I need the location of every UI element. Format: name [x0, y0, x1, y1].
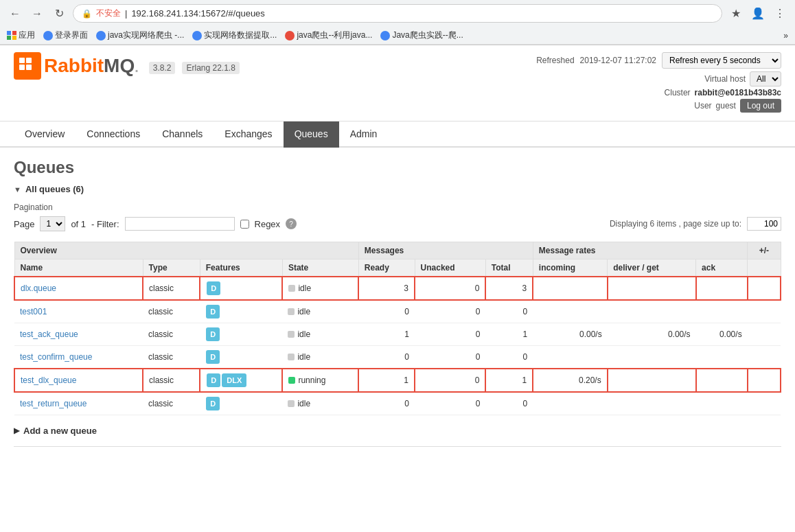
cell-incoming [533, 300, 607, 323]
all-queues-header: ▼ All queues (6) [14, 184, 781, 194]
cell-ready: 0 [358, 346, 415, 369]
cell-total: 1 [485, 323, 533, 346]
erlang-badge: Erlang 22.1.8 [182, 62, 239, 74]
page-label: Page [14, 219, 34, 229]
cell-incoming: 0.00/s [533, 323, 607, 346]
cell-unacked: 0 [415, 392, 485, 415]
state-indicator: idle [288, 399, 310, 408]
add-queue-toggle[interactable]: ▶ Add a new queue [14, 426, 781, 436]
logout-button[interactable]: Log out [740, 99, 781, 113]
bookmark-java2[interactable]: 实现网络数据提取... [192, 30, 277, 41]
bookmark-java3-label: java爬虫--利用java... [297, 30, 372, 41]
nav-connections[interactable]: Connections [76, 122, 151, 148]
virtual-host-select[interactable]: All [750, 71, 781, 86]
cell-spacer [748, 369, 781, 392]
cell-ready: 0 [358, 392, 415, 415]
cell-unacked: 0 [415, 277, 485, 300]
plus-minus-btn[interactable]: +/- [748, 242, 781, 259]
cell-name: test_return_queue [14, 392, 143, 415]
col-header-row: Name Type Features State Ready Unacked T… [14, 259, 781, 277]
star-button[interactable]: ★ [728, 5, 744, 22]
cell-features: DDLX [200, 369, 282, 392]
state-text: running [298, 375, 325, 385]
bookmarks-bar: 应用 登录界面 java实现网络爬虫 -... 实现网络数据提取... java… [0, 27, 795, 45]
regex-help-icon[interactable]: ? [286, 218, 297, 229]
logo-icon [14, 52, 41, 80]
cell-incoming [533, 346, 607, 369]
dlx-feature-badge: DLX [222, 373, 246, 387]
svg-rect-0 [19, 58, 25, 63]
all-queues-toggle[interactable]: ▼ [14, 185, 21, 194]
refreshed-time: 2019-12-07 11:27:02 [580, 56, 656, 65]
forward-button[interactable]: → [29, 5, 45, 22]
svg-rect-2 [19, 65, 25, 70]
queue-name-link[interactable]: test_dlx_queue [21, 375, 76, 385]
bookmark-java3[interactable]: java爬虫--利用java... [285, 30, 372, 41]
reload-button[interactable]: ↻ [51, 5, 67, 22]
separator: | [125, 8, 127, 19]
col-features: Features [200, 259, 282, 277]
nav-channels[interactable]: Channels [151, 122, 214, 148]
bottom-divider [14, 446, 781, 447]
cell-state: idle [282, 392, 358, 415]
page-size-input[interactable] [747, 217, 781, 231]
cell-name: dlx.queue [14, 277, 143, 300]
logo: RabbitMQ. [14, 52, 139, 80]
bookmark-login[interactable]: 登录界面 [43, 30, 88, 41]
col-ready: Ready [358, 259, 415, 277]
queue-name-link[interactable]: test_return_queue [20, 399, 87, 408]
queue-name-link[interactable]: test001 [20, 307, 47, 316]
col-type: Type [143, 259, 200, 277]
queue-name-link[interactable]: dlx.queue [21, 284, 56, 293]
cell-type: classic [143, 300, 200, 323]
filter-input[interactable] [125, 217, 235, 231]
queue-name-link[interactable]: test_ack_queue [20, 329, 78, 339]
of-label: of 1 [71, 219, 86, 229]
bookmark-java1[interactable]: java实现网络爬虫 -... [96, 30, 184, 41]
state-dot [288, 308, 295, 315]
cell-spacer [748, 392, 781, 415]
cell-total: 0 [485, 346, 533, 369]
table-row: test_confirm_queue classic D idle 0 0 0 [14, 346, 781, 369]
version-info: 3.8.2 Erlang 22.1.8 [149, 62, 240, 74]
address-bar[interactable]: 🔒 不安全 | 192.168.241.134:15672/#/queues [73, 4, 722, 23]
cell-ready: 1 [358, 369, 415, 392]
nav-admin[interactable]: Admin [339, 122, 389, 148]
cell-spacer [748, 346, 781, 369]
cell-total: 1 [485, 369, 533, 392]
svg-rect-3 [26, 65, 32, 70]
refresh-select[interactable]: Refresh every 5 secondsRefresh every 10 … [662, 52, 781, 69]
page-title: Queues [14, 158, 781, 177]
back-button[interactable]: ← [7, 5, 23, 22]
bookmarks-more[interactable]: » [783, 31, 788, 41]
menu-button[interactable]: ⋮ [772, 5, 788, 22]
nav-exchanges[interactable]: Exchanges [214, 122, 283, 148]
col-spacer [748, 259, 781, 277]
cell-state: idle [282, 346, 358, 369]
cell-deliver-get [608, 300, 696, 323]
col-state: State [282, 259, 358, 277]
state-text: idle [298, 284, 311, 293]
browser-toolbar: ← → ↻ 🔒 不安全 | 192.168.241.134:15672/#/qu… [0, 0, 795, 27]
col-ack: ack [696, 259, 748, 277]
d-feature-badge: D [206, 397, 220, 410]
overview-header: Overview [14, 242, 358, 259]
add-queue-label: Add a new queue [23, 426, 97, 436]
page-select[interactable]: 1 [40, 216, 65, 231]
pagination-section: Pagination Page 1 of 1 - Filter: Regex ?… [14, 203, 781, 231]
queue-name-link[interactable]: test_confirm_queue [20, 352, 92, 362]
state-dot [288, 354, 295, 360]
bookmark-java4[interactable]: Java爬虫实践--爬... [380, 30, 463, 41]
cell-type: classic [143, 369, 200, 392]
table-row: test001 classic D idle 0 0 0 [14, 300, 781, 323]
all-queues-label: All queues (6) [25, 184, 84, 194]
nav-queues[interactable]: Queues [284, 122, 339, 148]
add-queue-section: ▶ Add a new queue [14, 426, 781, 436]
regex-checkbox[interactable] [240, 220, 249, 229]
state-text: idle [297, 329, 310, 339]
table-row: dlx.queue classic D idle 3 0 3 [14, 277, 781, 300]
cell-features: D [200, 300, 282, 323]
nav-overview[interactable]: Overview [14, 122, 76, 148]
profile-button[interactable]: 👤 [750, 5, 766, 22]
bookmark-apps[interactable]: 应用 [7, 30, 35, 41]
